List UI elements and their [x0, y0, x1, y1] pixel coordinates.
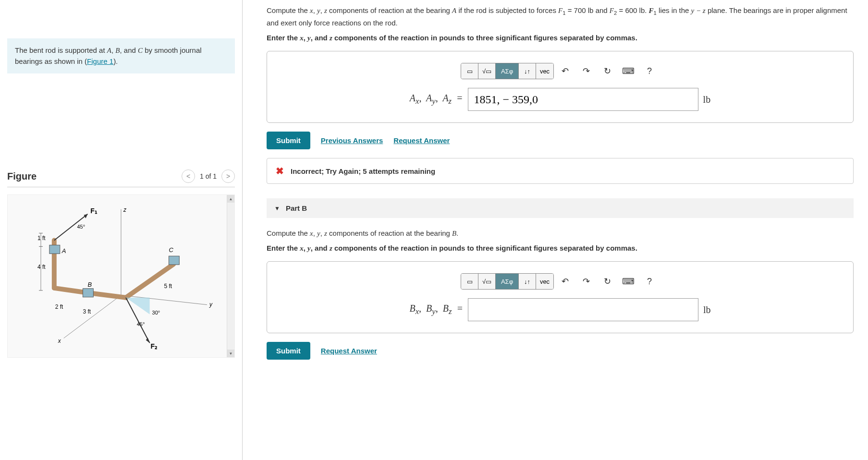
dim-2ft: 2 ft: [55, 303, 63, 310]
sqrt-button-b[interactable]: √▭: [478, 274, 496, 289]
tool-group-1: ▭ √▭ ΑΣφ ↓↑ vec: [461, 63, 554, 79]
reset-button[interactable]: ↻: [599, 63, 615, 79]
iA-y: y: [307, 34, 311, 42]
partB-toolbar: ▭ √▭ ΑΣφ ↓↑ vec ↶ ↷ ↻ ⌨ ?: [281, 273, 839, 290]
partA-previous-answers-link[interactable]: Previous Answers: [321, 136, 383, 145]
partB-header[interactable]: ▼ Part B: [267, 198, 854, 218]
partB-request-answer-link[interactable]: Request Answer: [321, 347, 377, 355]
partB-input[interactable]: [468, 298, 698, 321]
template-button[interactable]: ▭: [461, 63, 478, 79]
greek-button-b[interactable]: ΑΣφ: [496, 274, 519, 289]
partB-unit: lb: [703, 304, 711, 315]
qA-eq2: = 600 lb: [617, 6, 645, 14]
lbl-C: C: [169, 246, 173, 254]
svg-rect-9: [169, 256, 179, 265]
qA-A: A: [452, 7, 456, 14]
partA-question: Compute the x, y, z components of reacti…: [267, 5, 854, 29]
dim-3ft: 3 ft: [83, 308, 91, 315]
iA-pre: Enter the: [267, 34, 300, 42]
dim-4ft: 4 ft: [37, 264, 46, 270]
iB-and: , and: [311, 244, 330, 252]
partB-answer-box: ▭ √▭ ΑΣφ ↓↑ vec ↶ ↷ ↻ ⌨ ? Bx, By, Bz = l…: [267, 261, 854, 333]
lbl-A: A: [61, 247, 66, 254]
undo-button[interactable]: ↶: [557, 63, 573, 79]
incorrect-icon: ✖: [276, 165, 284, 177]
partB-label: Bx, By, Bz =: [409, 303, 463, 316]
keyboard-button[interactable]: ⌨: [620, 63, 636, 79]
ang-30: 30°: [152, 310, 160, 315]
svg-line-6: [126, 264, 173, 298]
figure-title: Figure: [7, 171, 37, 182]
vec-button[interactable]: vec: [536, 63, 553, 79]
partA-input[interactable]: [468, 88, 698, 111]
problem-statement: The bent rod is supported at A, B, and C…: [7, 38, 235, 73]
iB-pre: Enter the: [267, 244, 300, 252]
redo-button-b[interactable]: ↷: [578, 274, 594, 289]
svg-rect-7: [49, 245, 60, 254]
partB-title: Part B: [286, 204, 307, 212]
figure-diagram: z y x A B C F₁ 45°: [7, 194, 235, 358]
partA-request-answer-link[interactable]: Request Answer: [393, 136, 450, 145]
iA-and: , and: [311, 34, 330, 42]
figure-next-button[interactable]: >: [221, 169, 235, 183]
lbl-B: B: [87, 281, 92, 288]
reset-button-b[interactable]: ↻: [599, 274, 615, 289]
partB-question: Compute the x, y, z components of reacti…: [267, 228, 854, 239]
qB-t1: Compute the: [267, 229, 310, 237]
greek-button[interactable]: ΑΣφ: [496, 63, 519, 79]
lbl-F1: F₁: [90, 207, 98, 215]
qB-t3: .: [456, 229, 458, 237]
qA-t1: Compute the: [267, 6, 310, 14]
scroll-down-icon[interactable]: ▼: [227, 350, 234, 357]
qA-t4: and: [593, 6, 609, 14]
partA-input-row: Ax, Ay, Az = lb: [281, 88, 839, 111]
updown-button-b[interactable]: ↓↑: [519, 274, 536, 289]
sqrt-icon-b: √: [482, 278, 486, 285]
redo-button[interactable]: ↷: [578, 63, 594, 79]
svg-rect-8: [83, 289, 93, 297]
ang-45b: 45°: [137, 321, 145, 327]
partB-instruction: Enter the x, y, and z components of the …: [267, 244, 854, 253]
svg-marker-14: [126, 298, 150, 315]
pt-A: A: [107, 47, 111, 54]
pt-C: C: [138, 47, 143, 54]
template-button-b[interactable]: ▭: [461, 274, 478, 289]
left-panel: The bent rod is supported at A, B, and C…: [0, 0, 243, 460]
ang-45a: 45°: [77, 224, 86, 230]
iB-y: y: [307, 244, 311, 252]
scroll-up-icon[interactable]: ▲: [227, 195, 234, 203]
tool-group-2: ▭ √▭ ΑΣφ ↓↑ vec: [461, 273, 554, 290]
qA-eq1: = 700 lb: [566, 6, 594, 14]
qA-t6: lies in the: [657, 6, 691, 14]
figure-header: Figure < 1 of 1 >: [7, 169, 235, 187]
partA-answer-box: ▭ √▭ ΑΣφ ↓↑ vec ↶ ↷ ↻ ⌨ ? Ax, Ay, Az = l…: [267, 51, 854, 123]
partA-toolbar: ▭ √▭ ΑΣφ ↓↑ vec ↶ ↷ ↻ ⌨ ?: [281, 63, 839, 79]
qB-t2: components of reaction at the bearing: [327, 229, 452, 237]
figure-link[interactable]: Figure 1: [87, 57, 113, 65]
vec-button-b[interactable]: vec: [536, 274, 553, 289]
partA-actions: Submit Previous Answers Request Answer: [267, 132, 854, 149]
partA-submit-button[interactable]: Submit: [267, 132, 310, 149]
qA-plane: y − z: [691, 7, 706, 14]
dim-5ft: 5 ft: [164, 283, 172, 290]
figure-prev-button[interactable]: <: [182, 169, 195, 183]
iB-x: x: [300, 244, 304, 252]
figure-scrollbar[interactable]: ▲ ▼: [227, 195, 234, 357]
qB-B: B: [452, 230, 456, 237]
keyboard-button-b[interactable]: ⌨: [620, 274, 636, 289]
partB-submit-button[interactable]: Submit: [267, 342, 310, 360]
qA-x: x: [310, 7, 313, 14]
sqrt-button[interactable]: √▭: [478, 63, 496, 79]
caret-down-icon: ▼: [274, 205, 280, 212]
qA-y: y: [317, 7, 320, 14]
feedback-text: Incorrect; Try Again; 5 attempts remaini…: [291, 167, 435, 175]
partB-input-row: Bx, By, Bz = lb: [281, 298, 839, 321]
figure-section: Figure < 1 of 1 > z y x: [7, 169, 235, 358]
help-button-b[interactable]: ?: [641, 274, 658, 289]
right-panel: Compute the x, y, z components of reacti…: [243, 0, 868, 460]
undo-button-b[interactable]: ↶: [557, 274, 573, 289]
stmt-text: The bent rod is supported at: [15, 46, 107, 54]
updown-button[interactable]: ↓↑: [519, 63, 536, 79]
help-button[interactable]: ?: [641, 63, 658, 79]
figure-count: 1 of 1: [200, 172, 217, 180]
